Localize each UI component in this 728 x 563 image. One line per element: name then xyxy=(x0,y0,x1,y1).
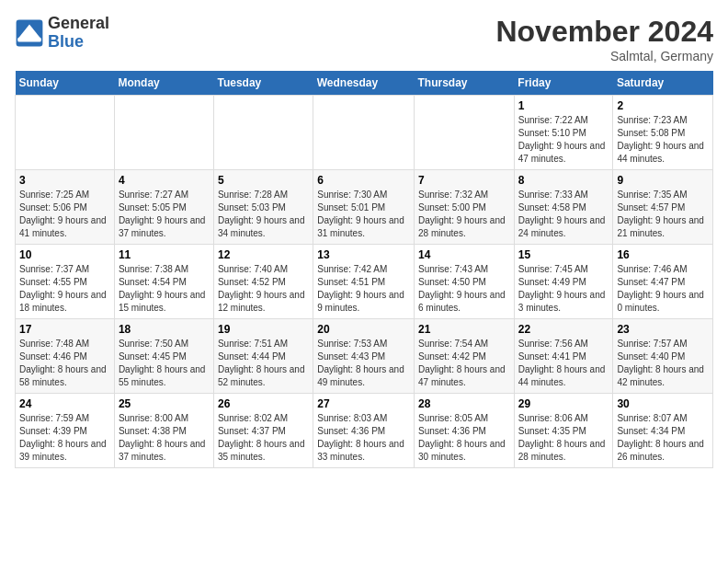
calendar-cell: 18Sunrise: 7:50 AM Sunset: 4:45 PM Dayli… xyxy=(114,319,213,394)
day-number: 18 xyxy=(119,323,210,336)
calendar-cell: 17Sunrise: 7:48 AM Sunset: 4:46 PM Dayli… xyxy=(16,319,115,394)
header-row: SundayMondayTuesdayWednesdayThursdayFrid… xyxy=(16,71,713,96)
calendar-cell: 8Sunrise: 7:33 AM Sunset: 4:58 PM Daylig… xyxy=(514,170,613,245)
day-number: 2 xyxy=(617,99,709,112)
week-row-1: 1Sunrise: 7:22 AM Sunset: 5:10 PM Daylig… xyxy=(16,96,713,170)
day-number: 9 xyxy=(617,174,709,187)
day-info: Sunrise: 7:33 AM Sunset: 4:58 PM Dayligh… xyxy=(518,189,609,240)
logo-text: General Blue xyxy=(48,15,109,52)
header: General Blue November 2024 Salmtal, Germ… xyxy=(15,15,713,63)
day-info: Sunrise: 7:46 AM Sunset: 4:47 PM Dayligh… xyxy=(617,263,709,315)
calendar-cell: 22Sunrise: 7:56 AM Sunset: 4:41 PM Dayli… xyxy=(514,319,613,394)
day-info: Sunrise: 8:05 AM Sunset: 4:36 PM Dayligh… xyxy=(418,412,510,464)
calendar-cell: 21Sunrise: 7:54 AM Sunset: 4:42 PM Dayli… xyxy=(415,319,515,394)
day-info: Sunrise: 7:59 AM Sunset: 4:39 PM Dayligh… xyxy=(19,412,110,464)
svg-rect-2 xyxy=(17,38,41,42)
week-row-5: 24Sunrise: 7:59 AM Sunset: 4:39 PM Dayli… xyxy=(16,394,713,468)
day-info: Sunrise: 7:42 AM Sunset: 4:51 PM Dayligh… xyxy=(317,263,410,315)
calendar-cell: 15Sunrise: 7:45 AM Sunset: 4:49 PM Dayli… xyxy=(514,245,613,319)
calendar-cell: 27Sunrise: 8:03 AM Sunset: 4:36 PM Dayli… xyxy=(313,394,415,468)
calendar-cell: 5Sunrise: 7:28 AM Sunset: 5:03 PM Daylig… xyxy=(213,170,313,245)
calendar-cell: 24Sunrise: 7:59 AM Sunset: 4:39 PM Dayli… xyxy=(16,394,115,468)
day-info: Sunrise: 8:02 AM Sunset: 4:37 PM Dayligh… xyxy=(218,412,309,464)
title-area: November 2024 Salmtal, Germany xyxy=(495,15,713,63)
day-info: Sunrise: 7:43 AM Sunset: 4:50 PM Dayligh… xyxy=(418,263,510,315)
month-title: November 2024 xyxy=(495,15,713,49)
header-sunday: Sunday xyxy=(16,71,115,96)
day-info: Sunrise: 7:57 AM Sunset: 4:40 PM Dayligh… xyxy=(617,338,709,389)
calendar-cell xyxy=(213,96,313,170)
calendar-cell xyxy=(415,96,515,170)
day-number: 27 xyxy=(317,397,410,410)
header-friday: Friday xyxy=(514,71,613,96)
day-info: Sunrise: 7:35 AM Sunset: 4:57 PM Dayligh… xyxy=(617,189,709,240)
logo: General Blue xyxy=(15,15,109,52)
day-info: Sunrise: 7:54 AM Sunset: 4:42 PM Dayligh… xyxy=(418,338,510,389)
header-wednesday: Wednesday xyxy=(313,71,415,96)
header-thursday: Thursday xyxy=(415,71,515,96)
day-number: 4 xyxy=(119,174,210,187)
day-number: 12 xyxy=(218,248,309,261)
calendar-cell: 2Sunrise: 7:23 AM Sunset: 5:08 PM Daylig… xyxy=(613,96,713,170)
day-number: 30 xyxy=(617,397,709,410)
header-saturday: Saturday xyxy=(613,71,713,96)
day-number: 15 xyxy=(518,248,609,261)
calendar-cell xyxy=(114,96,213,170)
day-info: Sunrise: 7:56 AM Sunset: 4:41 PM Dayligh… xyxy=(518,338,609,389)
calendar-cell: 23Sunrise: 7:57 AM Sunset: 4:40 PM Dayli… xyxy=(613,319,713,394)
day-info: Sunrise: 7:32 AM Sunset: 5:00 PM Dayligh… xyxy=(418,189,510,240)
day-info: Sunrise: 7:50 AM Sunset: 4:45 PM Dayligh… xyxy=(119,338,210,389)
day-number: 19 xyxy=(218,323,309,336)
calendar-cell: 29Sunrise: 8:06 AM Sunset: 4:35 PM Dayli… xyxy=(514,394,613,468)
day-number: 5 xyxy=(218,174,309,187)
calendar-cell: 12Sunrise: 7:40 AM Sunset: 4:52 PM Dayli… xyxy=(213,245,313,319)
location: Salmtal, Germany xyxy=(495,49,713,63)
day-number: 23 xyxy=(617,323,709,336)
logo-general: General xyxy=(48,14,109,32)
calendar-cell: 19Sunrise: 7:51 AM Sunset: 4:44 PM Dayli… xyxy=(213,319,313,394)
day-number: 22 xyxy=(518,323,609,336)
calendar-cell: 3Sunrise: 7:25 AM Sunset: 5:06 PM Daylig… xyxy=(16,170,115,245)
day-number: 13 xyxy=(317,248,410,261)
day-number: 3 xyxy=(19,174,110,187)
day-number: 24 xyxy=(19,397,110,410)
week-row-2: 3Sunrise: 7:25 AM Sunset: 5:06 PM Daylig… xyxy=(16,170,713,245)
day-info: Sunrise: 7:40 AM Sunset: 4:52 PM Dayligh… xyxy=(218,263,309,315)
logo-icon xyxy=(15,18,44,48)
logo-blue: Blue xyxy=(48,32,84,51)
day-number: 25 xyxy=(119,397,210,410)
day-info: Sunrise: 8:03 AM Sunset: 4:36 PM Dayligh… xyxy=(317,412,410,464)
week-row-4: 17Sunrise: 7:48 AM Sunset: 4:46 PM Dayli… xyxy=(16,319,713,394)
day-info: Sunrise: 7:37 AM Sunset: 4:55 PM Dayligh… xyxy=(19,263,110,315)
day-info: Sunrise: 7:48 AM Sunset: 4:46 PM Dayligh… xyxy=(19,338,110,389)
calendar-cell: 11Sunrise: 7:38 AM Sunset: 4:54 PM Dayli… xyxy=(114,245,213,319)
calendar-cell: 9Sunrise: 7:35 AM Sunset: 4:57 PM Daylig… xyxy=(613,170,713,245)
calendar-cell: 28Sunrise: 8:05 AM Sunset: 4:36 PM Dayli… xyxy=(415,394,515,468)
day-number: 8 xyxy=(518,174,609,187)
calendar-cell: 26Sunrise: 8:02 AM Sunset: 4:37 PM Dayli… xyxy=(213,394,313,468)
day-number: 26 xyxy=(218,397,309,410)
day-info: Sunrise: 8:06 AM Sunset: 4:35 PM Dayligh… xyxy=(518,412,609,464)
day-info: Sunrise: 8:00 AM Sunset: 4:38 PM Dayligh… xyxy=(119,412,210,464)
day-info: Sunrise: 7:51 AM Sunset: 4:44 PM Dayligh… xyxy=(218,338,309,389)
header-tuesday: Tuesday xyxy=(213,71,313,96)
day-info: Sunrise: 7:23 AM Sunset: 5:08 PM Dayligh… xyxy=(617,114,709,166)
calendar-cell: 25Sunrise: 8:00 AM Sunset: 4:38 PM Dayli… xyxy=(114,394,213,468)
calendar-table: SundayMondayTuesdayWednesdayThursdayFrid… xyxy=(15,71,713,468)
calendar-cell: 7Sunrise: 7:32 AM Sunset: 5:00 PM Daylig… xyxy=(415,170,515,245)
day-number: 21 xyxy=(418,323,510,336)
calendar-cell: 30Sunrise: 8:07 AM Sunset: 4:34 PM Dayli… xyxy=(613,394,713,468)
day-info: Sunrise: 7:28 AM Sunset: 5:03 PM Dayligh… xyxy=(218,189,309,240)
calendar-cell: 4Sunrise: 7:27 AM Sunset: 5:05 PM Daylig… xyxy=(114,170,213,245)
day-number: 14 xyxy=(418,248,510,261)
day-number: 16 xyxy=(617,248,709,261)
calendar-cell: 10Sunrise: 7:37 AM Sunset: 4:55 PM Dayli… xyxy=(16,245,115,319)
calendar-cell: 13Sunrise: 7:42 AM Sunset: 4:51 PM Dayli… xyxy=(313,245,415,319)
day-info: Sunrise: 8:07 AM Sunset: 4:34 PM Dayligh… xyxy=(617,412,709,464)
day-number: 1 xyxy=(518,99,609,112)
day-number: 10 xyxy=(19,248,110,261)
day-number: 28 xyxy=(418,397,510,410)
calendar-cell xyxy=(313,96,415,170)
day-number: 6 xyxy=(317,174,410,187)
day-number: 17 xyxy=(19,323,110,336)
